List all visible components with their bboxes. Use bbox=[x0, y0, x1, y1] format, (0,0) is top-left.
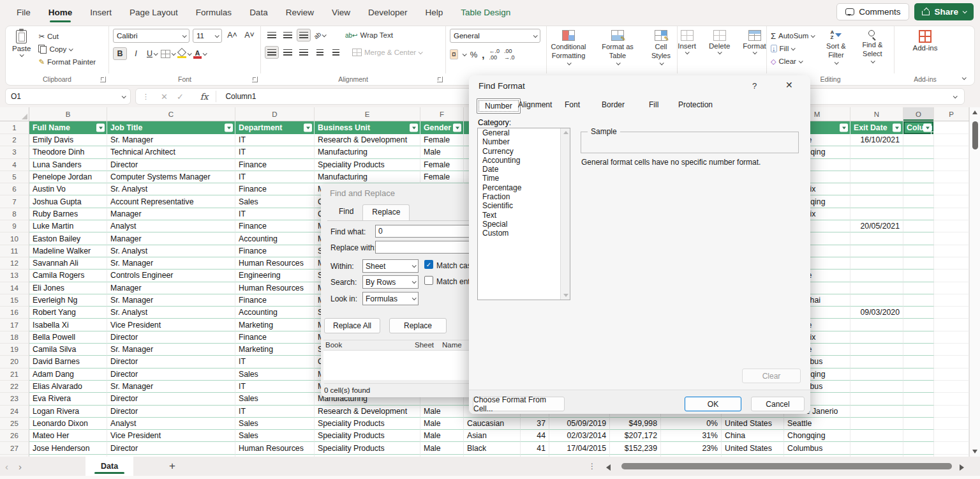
cell[interactable] bbox=[850, 270, 903, 282]
cell[interactable]: Computer Systems Manager bbox=[107, 171, 235, 183]
cell[interactable] bbox=[903, 369, 934, 381]
cell[interactable] bbox=[903, 430, 934, 442]
match-entire-checkbox[interactable] bbox=[424, 276, 433, 285]
cell[interactable] bbox=[903, 220, 934, 232]
format-cells-button[interactable]: Format bbox=[740, 29, 768, 56]
menu-tab-help[interactable]: Help bbox=[426, 8, 443, 17]
cell[interactable]: 16/10/2021 bbox=[850, 134, 903, 146]
cell[interactable]: Eli Jones bbox=[29, 282, 107, 294]
cell[interactable]: 02/03/2014 bbox=[549, 430, 610, 442]
cell[interactable]: Marketing bbox=[235, 344, 315, 356]
cell[interactable]: United States bbox=[722, 418, 784, 430]
cell[interactable]: Male bbox=[420, 418, 464, 430]
cell[interactable]: IT bbox=[235, 381, 315, 393]
cell[interactable]: Finance bbox=[235, 220, 315, 232]
cell[interactable]: Manufacturing bbox=[315, 146, 420, 158]
vertical-scrollbar[interactable] bbox=[969, 107, 980, 457]
insert-cells-button[interactable]: Insert bbox=[675, 29, 699, 56]
category-item-currency[interactable]: Currency bbox=[478, 147, 570, 156]
cell[interactable]: Account Representative bbox=[107, 195, 235, 208]
menu-tab-insert[interactable]: Insert bbox=[90, 8, 112, 17]
row-header-15[interactable]: 15 bbox=[0, 294, 29, 307]
cell[interactable]: 41 bbox=[521, 442, 549, 454]
find-what-input[interactable]: 0 bbox=[375, 225, 476, 238]
cell[interactable]: Technical Architect bbox=[107, 146, 235, 158]
cell[interactable] bbox=[934, 282, 969, 294]
cell[interactable]: Sr. Manager bbox=[107, 381, 235, 393]
cell[interactable]: Robert Yang bbox=[29, 307, 107, 319]
row-header-16[interactable]: 16 bbox=[0, 307, 29, 319]
drag-handle-icon[interactable]: ⋮ bbox=[136, 93, 152, 101]
cell[interactable] bbox=[903, 270, 934, 282]
cell[interactable]: Seattle bbox=[784, 418, 850, 430]
cell[interactable]: Marketing bbox=[235, 319, 315, 331]
cell[interactable]: Luna Sanders bbox=[29, 159, 107, 171]
row-header-14[interactable]: 14 bbox=[0, 282, 29, 294]
cell[interactable]: Director bbox=[107, 406, 235, 418]
find-replace-tab-replace[interactable]: Replace bbox=[362, 204, 410, 220]
autosum-button[interactable]: ΣAutoSum bbox=[771, 29, 814, 42]
cell[interactable]: Research & Development bbox=[315, 406, 420, 418]
cut-button[interactable]: ✂Cut bbox=[38, 30, 96, 43]
increase-indent-button[interactable] bbox=[329, 46, 343, 59]
find-format-tab-protection[interactable]: Protection bbox=[678, 100, 713, 109]
cell[interactable]: Joshua Gupta bbox=[29, 195, 107, 208]
cell[interactable] bbox=[934, 307, 969, 319]
align-bottom-button[interactable] bbox=[297, 29, 311, 42]
cell[interactable] bbox=[934, 195, 969, 208]
cell[interactable]: Manager bbox=[107, 282, 235, 294]
cell[interactable] bbox=[934, 121, 969, 134]
scroll-left-icon[interactable] bbox=[606, 464, 611, 471]
cell[interactable] bbox=[850, 183, 903, 195]
cell[interactable] bbox=[850, 294, 903, 307]
cell[interactable] bbox=[934, 270, 969, 282]
row-header-21[interactable]: 21 bbox=[0, 369, 29, 381]
row-header-25[interactable]: 25 bbox=[0, 418, 29, 430]
cell[interactable] bbox=[850, 381, 903, 393]
cell[interactable]: Austin Vo bbox=[29, 183, 107, 195]
confirm-entry-icon[interactable]: ✓ bbox=[177, 92, 193, 102]
conditional-formatting-button[interactable]: Conditional Formatting bbox=[546, 29, 591, 66]
cell[interactable]: Sr. Analyst bbox=[107, 307, 235, 319]
results-column-book[interactable]: Book bbox=[323, 340, 413, 350]
expand-formula-bar-icon[interactable] bbox=[953, 94, 958, 98]
cell[interactable]: Eva Rivera bbox=[29, 393, 107, 405]
formula-input[interactable]: Column1 bbox=[225, 92, 256, 101]
cell[interactable] bbox=[903, 232, 934, 245]
share-button[interactable]: Share bbox=[914, 3, 974, 20]
cell[interactable] bbox=[850, 393, 903, 405]
menu-tab-table-design[interactable]: Table Design bbox=[461, 8, 510, 17]
cell[interactable] bbox=[934, 220, 969, 232]
cell[interactable]: Madeline Walker bbox=[29, 245, 107, 257]
cell[interactable] bbox=[850, 406, 903, 418]
align-middle-button[interactable] bbox=[281, 29, 295, 42]
cell[interactable] bbox=[903, 307, 934, 319]
cell[interactable]: $207,172 bbox=[610, 430, 661, 442]
column-letter-D[interactable]: D bbox=[235, 107, 315, 121]
filter-dropdown-icon[interactable] bbox=[96, 124, 105, 132]
cell[interactable]: Manager bbox=[107, 208, 235, 220]
cell[interactable]: Speciality Products bbox=[315, 159, 420, 171]
cell[interactable] bbox=[903, 245, 934, 257]
cell[interactable]: David Barnes bbox=[29, 356, 107, 368]
cell[interactable] bbox=[934, 381, 969, 393]
scroll-up-icon[interactable] bbox=[972, 110, 977, 114]
cell[interactable] bbox=[903, 257, 934, 270]
cell[interactable]: Penelope Jordan bbox=[29, 171, 107, 183]
merge-center-button[interactable]: Merge & Center bbox=[352, 46, 422, 59]
cell[interactable]: 20/05/2021 bbox=[850, 220, 903, 232]
cell[interactable]: Luke Martin bbox=[29, 220, 107, 232]
cell[interactable] bbox=[850, 159, 903, 171]
clear-button[interactable]: ◇Clear bbox=[771, 55, 814, 68]
cell[interactable]: Analyst bbox=[107, 418, 235, 430]
column-header-cell[interactable]: Exit Date bbox=[850, 121, 903, 134]
cell[interactable]: Sales bbox=[235, 195, 315, 208]
cell[interactable] bbox=[903, 418, 934, 430]
cell[interactable]: Chongqing bbox=[784, 430, 850, 442]
cell[interactable]: Ruby Barnes bbox=[29, 208, 107, 220]
cell-styles-button[interactable]: ✎ Cell Styles bbox=[644, 29, 678, 66]
row-header-7[interactable]: 7 bbox=[0, 195, 29, 208]
cell[interactable] bbox=[850, 232, 903, 245]
cell[interactable] bbox=[903, 344, 934, 356]
cell[interactable]: 05/09/2019 bbox=[549, 418, 610, 430]
